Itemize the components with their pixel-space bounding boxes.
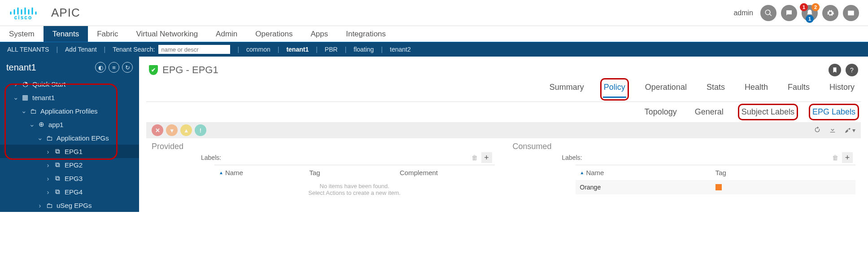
tenant-link-common[interactable]: common xyxy=(246,46,270,53)
subtab-epg-labels[interactable]: EPG Labels xyxy=(812,107,855,117)
nav-integrations[interactable]: Integrations xyxy=(337,26,395,42)
tab-policy[interactable]: Policy xyxy=(603,81,626,98)
tree-item-useg-epgs[interactable]: ›🗀uSeg EPGs xyxy=(0,198,139,212)
trash-icon[interactable]: 🗑 xyxy=(471,154,478,161)
alerts-icon[interactable]: 1 2 1 xyxy=(802,5,818,21)
tenant-link-tenant2[interactable]: tenant2 xyxy=(390,46,411,53)
tree-label: EPG2 xyxy=(65,161,83,169)
chevron-icon: › xyxy=(13,80,19,88)
tools-icon[interactable]: ▾ xyxy=(844,127,855,134)
compass-icon: ◔ xyxy=(21,80,30,88)
subtab-general[interactable]: General xyxy=(695,107,724,117)
nav-tenants[interactable]: Tenants xyxy=(44,26,88,42)
sb-filter-icon[interactable]: ≡ xyxy=(109,62,119,73)
feedback-icon[interactable] xyxy=(781,5,797,21)
brand-text: cisco xyxy=(14,14,33,21)
primary-nav: System Tenants Fabric Virtual Networking… xyxy=(0,26,868,42)
sb-pointer-icon[interactable]: ◐ xyxy=(95,62,106,73)
tree-label: Application EPGs xyxy=(57,134,109,142)
content: ✔ EPG - EPG1 ? Summary Policy Operationa… xyxy=(139,57,868,212)
subtab-subject-labels[interactable]: Subject Labels xyxy=(742,107,794,117)
tree-label: app1 xyxy=(48,121,63,128)
add-label-button[interactable]: + xyxy=(842,152,853,163)
tree-item-epg3[interactable]: ›⧉EPG3 xyxy=(0,172,139,185)
add-tenant-link[interactable]: Add Tenant xyxy=(65,46,97,53)
tree-item-app1[interactable]: ⌄⊕app1 xyxy=(0,118,139,131)
tree-item-epg2[interactable]: ›⧉EPG2 xyxy=(0,158,139,172)
svg-rect-8 xyxy=(848,10,854,15)
nav-apps[interactable]: Apps xyxy=(301,26,337,42)
apps-icon[interactable] xyxy=(843,5,859,21)
tenant-search-input[interactable] xyxy=(158,45,230,54)
epg-icon: ⧉ xyxy=(53,188,62,196)
user-label[interactable]: admin xyxy=(733,9,753,17)
sb-refresh-icon[interactable]: ↻ xyxy=(122,62,133,73)
consumed-heading: Consumed xyxy=(513,142,856,151)
empty-line2: Select Actions to create a new item. xyxy=(214,189,495,196)
add-label-button[interactable]: + xyxy=(481,152,492,163)
chevron-icon: ⌄ xyxy=(13,93,19,101)
trash-icon[interactable]: 🗑 xyxy=(832,154,838,161)
sev-warn-icon[interactable]: ! xyxy=(195,124,206,136)
col-name[interactable]: ▲Name xyxy=(580,169,715,176)
col-tag[interactable]: Tag xyxy=(310,169,400,176)
app-title: APIC xyxy=(51,6,80,20)
download-icon[interactable] xyxy=(829,126,836,135)
sev-crit-icon[interactable]: ✕ xyxy=(152,124,163,136)
sev-minor-icon[interactable]: ▴ xyxy=(180,124,192,136)
tenant-link-tenant1[interactable]: tenant1 xyxy=(286,46,309,53)
table-row[interactable]: Orange xyxy=(576,180,856,194)
tree-item-tenant1[interactable]: ⌄▦tenant1 xyxy=(0,91,139,104)
tab-health[interactable]: Health xyxy=(744,81,769,98)
provided-table: ▲Name Tag Complement No items have been … xyxy=(214,165,495,202)
toolbar: ✕ ▾ ▴ ! ▾ xyxy=(146,122,861,138)
tree-item-application-profiles[interactable]: ⌄🗀Application Profiles xyxy=(0,104,139,118)
chevron-icon: › xyxy=(45,175,51,182)
nav-operations[interactable]: Operations xyxy=(246,26,301,42)
folder-icon: 🗀 xyxy=(45,202,54,209)
col-name[interactable]: ▲Name xyxy=(219,169,310,176)
health-shield-icon: ✔ xyxy=(149,65,158,75)
tree-item-epg4[interactable]: ›⧉EPG4 xyxy=(0,185,139,198)
tree-label: Quick Start xyxy=(32,80,65,88)
cell-tag xyxy=(715,184,851,191)
tree-item-epg1[interactable]: ›⧉EPG1 xyxy=(0,145,139,158)
consumed-labels-label: Labels: xyxy=(562,154,582,161)
help-icon[interactable]: ? xyxy=(846,64,858,76)
tab-history[interactable]: History xyxy=(829,81,855,98)
epg-icon: ⧉ xyxy=(53,174,62,182)
page-title: EPG - EPG1 xyxy=(162,64,218,76)
gear-icon[interactable] xyxy=(822,5,838,21)
chevron-icon: › xyxy=(45,148,51,155)
subtab-topology[interactable]: Topology xyxy=(645,107,677,117)
nav-system[interactable]: System xyxy=(0,26,44,42)
consumed-panel: Consumed Labels: 🗑 + ▲Name Tag Orange xyxy=(513,142,856,202)
col-complement[interactable]: Complement xyxy=(400,169,490,176)
tenant-link-floating[interactable]: floating xyxy=(353,46,374,53)
tree-item-quick-start[interactable]: ›◔Quick Start xyxy=(0,77,139,91)
subtabs: Topology General Subject Labels EPG Labe… xyxy=(146,102,861,122)
provided-panel: Provided Labels: 🗑 + ▲Name Tag Complemen… xyxy=(152,142,495,202)
bookmark-icon[interactable] xyxy=(829,64,841,76)
tree-label: tenant1 xyxy=(32,94,55,101)
tree-item-application-epgs[interactable]: ⌄🗀Application EPGs xyxy=(0,131,139,145)
tree-label: EPG3 xyxy=(65,175,83,182)
nav-fabric[interactable]: Fabric xyxy=(88,26,127,42)
tab-operational[interactable]: Operational xyxy=(644,81,688,98)
epg-icon: ⧉ xyxy=(53,147,62,155)
epg-icon: ⧉ xyxy=(53,161,62,169)
tab-summary[interactable]: Summary xyxy=(549,81,585,98)
sidebar-title: tenant1 xyxy=(6,62,36,73)
refresh-icon[interactable] xyxy=(814,126,821,135)
tenant-link-pbr[interactable]: PBR xyxy=(325,46,338,53)
col-tag[interactable]: Tag xyxy=(715,169,851,176)
tab-faults[interactable]: Faults xyxy=(787,81,811,98)
all-tenants-link[interactable]: ALL TENANTS xyxy=(7,46,49,53)
search-icon[interactable] xyxy=(760,5,776,21)
sidebar: tenant1 ◐ ≡ ↻ ›◔Quick Start⌄▦tenant1⌄🗀Ap… xyxy=(0,57,139,212)
nav-virtual-networking[interactable]: Virtual Networking xyxy=(127,26,207,42)
tab-stats[interactable]: Stats xyxy=(706,81,726,98)
grid-icon: ▦ xyxy=(21,93,30,101)
sev-major-icon[interactable]: ▾ xyxy=(166,124,178,136)
nav-admin[interactable]: Admin xyxy=(207,26,246,42)
